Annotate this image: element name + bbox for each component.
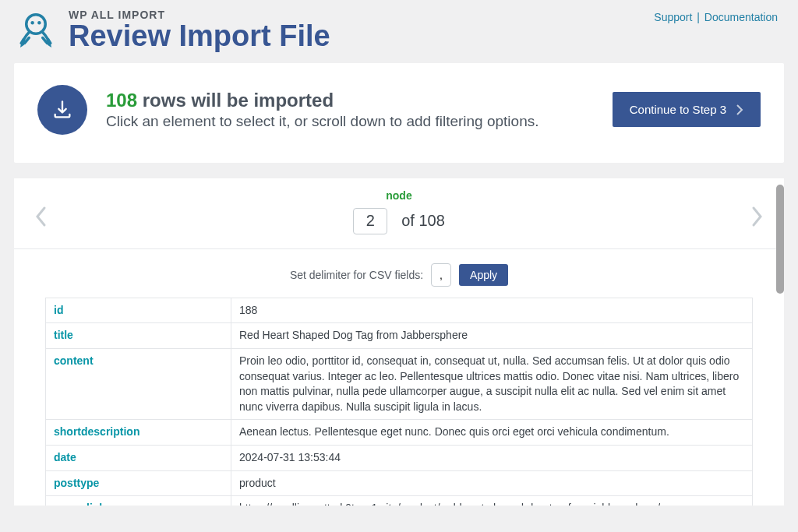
field-value[interactable]: https://wpallimportt-ek9t.wp1.site/produ… (231, 496, 753, 506)
table-row[interactable]: contentProin leo odio, porttitor id, con… (46, 349, 753, 420)
page-title: Review Import File (69, 21, 330, 52)
next-record-button[interactable] (750, 205, 764, 231)
support-link[interactable]: Support (654, 11, 692, 23)
field-key[interactable]: shortdescription (46, 420, 231, 446)
svg-point-1 (30, 21, 34, 24)
field-value[interactable]: Aenean lectus. Pellentesque eget nunc. D… (231, 420, 753, 446)
field-value[interactable]: 2024-07-31 13:53:44 (231, 446, 753, 471)
record-number-input[interactable] (353, 208, 387, 234)
table-row[interactable]: shortdescriptionAenean lectus. Pellentes… (46, 420, 753, 446)
field-value[interactable]: Proin leo odio, porttitor id, consequat … (231, 349, 753, 420)
octopus-logo-icon (14, 8, 58, 51)
field-key[interactable]: date (46, 446, 231, 471)
summary-card: 108 rows will be imported Click an eleme… (14, 63, 784, 163)
delimiter-label: Set delimiter for CSV fields: (290, 269, 423, 281)
table-row[interactable]: titleRed Heart Shaped Dog Tag from Jabbe… (46, 323, 753, 349)
field-key[interactable]: title (46, 323, 231, 349)
field-value[interactable]: product (231, 470, 753, 496)
field-value[interactable]: 188 (231, 298, 753, 323)
table-row[interactable]: permalinkhttps://wpallimportt-ek9t.wp1.s… (46, 496, 753, 506)
row-count: 108 (106, 90, 137, 111)
continue-button-label: Continue to Step 3 (630, 103, 726, 116)
record-pager: of 108 (14, 202, 784, 248)
row-count-suffix: rows will be imported (137, 90, 334, 111)
table-row[interactable]: date2024-07-31 13:53:44 (46, 446, 753, 471)
table-row[interactable]: id188 (46, 298, 753, 323)
field-key[interactable]: id (46, 298, 231, 323)
prev-record-button[interactable] (34, 205, 48, 231)
pager-of-label: of 108 (401, 212, 445, 230)
data-preview-panel: node of 108 Set delimiter for CSV fields… (14, 178, 784, 506)
field-value[interactable]: Red Heart Shaped Dog Tag from Jabbersphe… (231, 323, 753, 349)
record-data-table: id188titleRed Heart Shaped Dog Tag from … (45, 298, 753, 506)
apply-button[interactable]: Apply (459, 264, 508, 286)
documentation-link[interactable]: Documentation (704, 11, 778, 23)
table-row[interactable]: posttypeproduct (46, 470, 753, 496)
svg-point-0 (26, 15, 46, 34)
chevron-right-icon (736, 104, 743, 116)
field-key[interactable]: permalink (46, 496, 231, 506)
field-key[interactable]: content (46, 349, 231, 420)
continue-button[interactable]: Continue to Step 3 (613, 92, 761, 127)
svg-point-2 (37, 21, 41, 24)
import-circle-icon (37, 85, 87, 135)
field-key[interactable]: posttype (46, 470, 231, 496)
summary-heading: 108 rows will be imported (106, 90, 539, 111)
delimiter-input[interactable] (431, 263, 451, 287)
summary-subtitle: Click an element to select it, or scroll… (106, 113, 539, 130)
link-separator: | (695, 11, 701, 23)
node-label: node (14, 178, 784, 202)
